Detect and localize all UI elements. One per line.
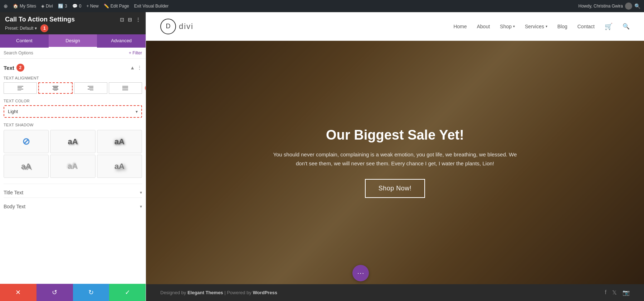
undo-button[interactable]: ↺ xyxy=(36,284,73,301)
body-text-label: Body Text xyxy=(4,204,25,209)
hero-title: Our Biggest Sale Yet! xyxy=(326,127,464,143)
shadow-style-1[interactable]: aA xyxy=(50,130,95,153)
panel-title-row: Call To Action Settings ⊡ ⊟ ⋮ xyxy=(5,16,141,23)
panel-search-bar: + Filter xyxy=(0,48,146,59)
search-options-input[interactable] xyxy=(4,50,127,55)
no-shadow-icon: ⊘ xyxy=(22,136,30,147)
cart-icon[interactable]: 🛒 xyxy=(605,23,613,30)
my-sites-menu[interactable]: 🏠 My Sites xyxy=(13,4,36,9)
nav-blog[interactable]: Blog xyxy=(557,24,567,29)
shadow-none[interactable]: ⊘ xyxy=(4,130,49,153)
settings-panel: Call To Action Settings ⊡ ⊟ ⋮ Preset: De… xyxy=(0,12,146,301)
align-left-btn[interactable] xyxy=(4,82,37,94)
collapse-section-btn[interactable]: ▲ xyxy=(130,65,135,71)
align-justify-btn[interactable] xyxy=(109,82,142,94)
panel-tabs: Content Design Advanced xyxy=(0,34,146,48)
tab-advanced[interactable]: Advanced xyxy=(97,34,146,48)
new-content-menu[interactable]: + New xyxy=(86,4,98,9)
user-avatar xyxy=(625,3,632,10)
services-chevron-down-icon: ▾ xyxy=(546,24,547,28)
split-icon[interactable]: ⊟ xyxy=(128,17,132,23)
floating-dots-button[interactable]: ⋯ xyxy=(352,265,369,281)
shadow-preview-2: aA xyxy=(114,137,125,146)
preset-dropdown-arrow[interactable]: ▾ xyxy=(35,26,37,31)
shadow-style-5[interactable]: aA xyxy=(97,155,142,178)
shadow-preview-5: aA xyxy=(114,162,125,171)
edit-icon: ✏️ xyxy=(104,4,109,9)
site-nav: D divi Home About Shop ▾ Services ▾ Blog… xyxy=(146,12,644,41)
shadow-style-3[interactable]: aA xyxy=(4,155,49,178)
text-shadow-field: Text Shadow ⊘ aA aA aA aA xyxy=(4,123,142,178)
shadow-label: Text Shadow xyxy=(4,123,142,127)
updates-menu[interactable]: 🔄 3 xyxy=(58,4,67,9)
site-preview: D divi Home About Shop ▾ Services ▾ Blog… xyxy=(146,12,644,301)
panel-title-text: Call To Action Settings xyxy=(5,16,75,23)
logo-circle: D xyxy=(160,19,176,34)
text-section-header: Text 2 ▲ ⋮ xyxy=(4,64,142,72)
section-actions: ▲ ⋮ xyxy=(130,65,142,71)
facebook-icon[interactable]: f xyxy=(605,289,606,296)
title-text-toggle[interactable]: Title Text ▾ xyxy=(4,189,142,196)
color-label: Text Color xyxy=(4,99,142,103)
body-text-toggle[interactable]: Body Text ▾ xyxy=(4,203,142,210)
panel-title-icons: ⊡ ⊟ ⋮ xyxy=(120,17,141,23)
panel-preset: Preset: Default ▾ 1 xyxy=(5,24,141,32)
redo-button[interactable]: ↻ xyxy=(73,284,109,301)
twitter-icon[interactable]: 𝕏 xyxy=(612,289,617,296)
search-icon[interactable]: 🔍 xyxy=(634,3,640,9)
text-color-select[interactable]: Light Dark xyxy=(4,106,132,117)
refresh-icon: 🔄 xyxy=(58,4,63,9)
hero-cta-button[interactable]: Shop Now! xyxy=(365,179,425,198)
step-badge-2: 2 xyxy=(16,64,24,72)
footer-social-links: f 𝕏 📷 xyxy=(605,289,630,296)
shadow-preview-4: aA xyxy=(68,162,78,171)
wp-icon: ⊕ xyxy=(4,3,8,9)
align-center-btn[interactable] xyxy=(38,82,72,94)
title-text-section: Title Text ▾ xyxy=(4,184,142,198)
nav-search-icon[interactable]: 🔍 xyxy=(623,23,630,30)
filter-button[interactable]: + Filter xyxy=(129,50,142,55)
section-more-btn[interactable]: ⋮ xyxy=(137,65,142,71)
shop-chevron-down-icon: ▾ xyxy=(513,24,515,28)
nav-services[interactable]: Services ▾ xyxy=(525,24,547,29)
shadow-style-4[interactable]: aA xyxy=(50,155,95,178)
hero-section: Our Biggest Sale Yet! You should never c… xyxy=(146,41,644,284)
dots-icon: ⋯ xyxy=(357,269,364,277)
wp-logo[interactable]: ⊕ xyxy=(4,3,8,9)
section-title: Text 2 xyxy=(4,64,24,72)
title-text-chevron-down-icon: ▾ xyxy=(140,190,142,195)
color-select-row: Light Dark ▾ 4 xyxy=(4,105,142,118)
tab-content[interactable]: Content xyxy=(0,34,49,48)
title-text-label: Title Text xyxy=(4,190,23,195)
hero-content: Our Biggest Sale Yet! You should never c… xyxy=(146,41,644,284)
hero-body-text: You should never complain, complaining i… xyxy=(270,150,520,168)
body-text-chevron-down-icon: ▾ xyxy=(140,204,142,209)
save-button[interactable]: ✓ xyxy=(109,284,146,301)
cancel-button[interactable]: ✕ xyxy=(0,284,36,301)
shadow-options-grid: ⊘ aA aA aA aA aA xyxy=(4,130,142,178)
nav-shop[interactable]: Shop ▾ xyxy=(500,24,515,29)
nav-home[interactable]: Home xyxy=(453,24,467,29)
body-text-section: Body Text ▾ xyxy=(4,198,142,212)
nav-about[interactable]: About xyxy=(477,24,490,29)
comments-menu[interactable]: 💬 0 xyxy=(72,4,82,9)
comment-icon: 💬 xyxy=(72,4,78,9)
wp-admin-bar: ⊕ 🏠 My Sites ◈ Divi 🔄 3 💬 0 + New ✏️ Edi… xyxy=(0,0,644,12)
edit-page-btn[interactable]: ✏️ Edit Page xyxy=(104,4,129,9)
text-alignment-field: Text Alignment 3 xyxy=(4,76,142,94)
site-logo: D divi xyxy=(160,19,194,34)
panel-header: Call To Action Settings ⊡ ⊟ ⋮ Preset: De… xyxy=(0,12,146,34)
divi-icon: ◈ xyxy=(41,4,44,9)
logo-text: divi xyxy=(179,22,194,31)
nav-contact[interactable]: Contact xyxy=(577,24,595,29)
exit-visual-builder-btn[interactable]: Exit Visual Builder xyxy=(134,4,169,9)
resize-icon[interactable]: ⊡ xyxy=(120,17,124,23)
more-icon[interactable]: ⋮ xyxy=(136,17,141,23)
divi-menu[interactable]: ◈ Divi xyxy=(41,4,53,9)
instagram-icon[interactable]: 📷 xyxy=(623,289,630,296)
site-footer: Designed by Elegant Themes | Powered by … xyxy=(146,284,644,301)
shadow-style-2[interactable]: aA xyxy=(97,130,142,153)
tab-design[interactable]: Design xyxy=(49,34,97,48)
footer-text: Designed by Elegant Themes | Powered by … xyxy=(160,290,602,295)
align-right-btn[interactable] xyxy=(74,82,107,94)
